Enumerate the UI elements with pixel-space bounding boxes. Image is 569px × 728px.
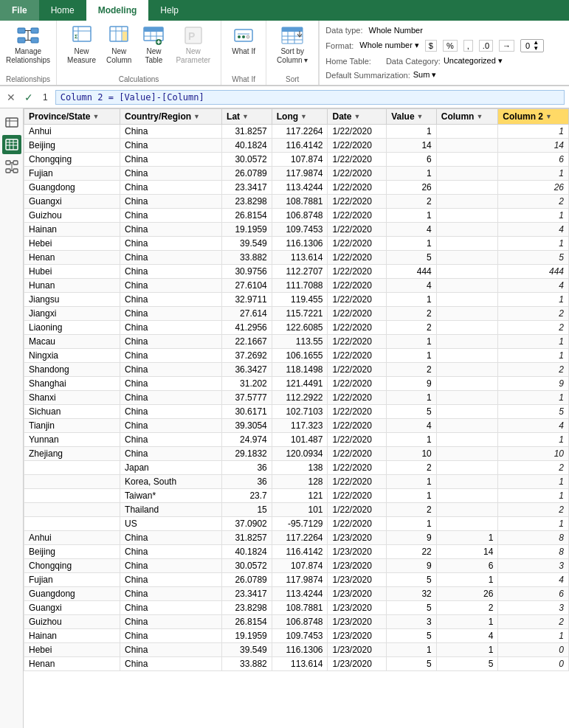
table-cell: Taiwan* bbox=[120, 489, 222, 503]
currency-button[interactable]: $ bbox=[425, 40, 437, 52]
table-cell: 1/22/2020 bbox=[328, 475, 387, 489]
table-cell: 444 bbox=[387, 265, 437, 279]
table-cell: 111.7088 bbox=[272, 279, 328, 293]
comma-button[interactable]: , bbox=[463, 40, 473, 52]
svg-rect-15 bbox=[123, 32, 127, 41]
table-cell bbox=[436, 223, 498, 237]
table-cell: 1/23/2020 bbox=[328, 643, 387, 657]
what-if-button[interactable]: What If bbox=[227, 22, 260, 58]
table-cell: 1/22/2020 bbox=[328, 209, 387, 223]
manage-relationships-label: ManageRelationships bbox=[6, 47, 50, 65]
table-cell: 3 bbox=[498, 601, 569, 615]
table-cell: Jiangxi bbox=[24, 307, 120, 321]
tab-help[interactable]: Help bbox=[148, 0, 190, 21]
table-cell: 37.0902 bbox=[222, 517, 272, 531]
new-parameter-button[interactable]: P NewParameter bbox=[171, 22, 215, 66]
cancel-formula-button[interactable]: ✕ bbox=[4, 91, 18, 104]
table-cell: 2 bbox=[387, 461, 437, 475]
table-cell: 5 bbox=[387, 629, 437, 643]
data-view-button[interactable] bbox=[2, 135, 21, 154]
col-header-lat[interactable]: Lat▼ bbox=[222, 109, 272, 125]
table-cell: 9 bbox=[498, 377, 569, 391]
col-header-long[interactable]: Long▼ bbox=[272, 109, 328, 125]
svg-text:P: P bbox=[188, 30, 195, 42]
percent-button[interactable]: % bbox=[443, 40, 458, 52]
new-column-button[interactable]: NewColumn bbox=[102, 22, 136, 66]
manage-relationships-button[interactable]: ManageRelationships bbox=[6, 22, 50, 66]
col-header-date[interactable]: Date▼ bbox=[328, 109, 387, 125]
tab-file[interactable]: File bbox=[0, 0, 39, 21]
default-summarization-value[interactable]: Sum ▾ bbox=[413, 70, 437, 80]
table-row: GuangdongChina23.3417113.42441/22/202026… bbox=[24, 181, 569, 195]
table-cell bbox=[436, 181, 498, 195]
data-category-value[interactable]: Uncategorized ▾ bbox=[444, 56, 503, 66]
table-cell: 1 bbox=[498, 391, 569, 405]
table-cell bbox=[24, 489, 120, 503]
table-cell: 113.55 bbox=[272, 335, 328, 349]
table-cell: 106.8748 bbox=[272, 615, 328, 629]
table-cell bbox=[436, 293, 498, 307]
col-header-province[interactable]: Province/State▼ bbox=[24, 109, 120, 125]
home-table-label: Home Table: bbox=[325, 57, 371, 66]
table-cell: 36.3427 bbox=[222, 363, 272, 377]
table-row: SichuanChina30.6171102.71031/22/202055 bbox=[24, 405, 569, 419]
table-cell: Guizhou bbox=[24, 209, 120, 223]
table-cell: 36 bbox=[222, 461, 272, 475]
decimal-button[interactable]: .0 bbox=[479, 40, 493, 52]
table-cell: 113.4244 bbox=[272, 181, 328, 195]
new-measure-button[interactable]: Σ NewMeasure bbox=[63, 22, 100, 66]
table-row: HubeiChina30.9756112.27071/22/2020444444 bbox=[24, 265, 569, 279]
table-cell: 1 bbox=[498, 489, 569, 503]
table-cell: 2 bbox=[498, 321, 569, 335]
format-value[interactable]: Whole number ▾ bbox=[359, 41, 419, 50]
sort-icon bbox=[280, 24, 304, 47]
table-cell: 1 bbox=[387, 517, 437, 531]
table-cell: 32 bbox=[387, 587, 437, 601]
increase-decimal-button[interactable]: → bbox=[499, 40, 514, 52]
table-cell: 23.8298 bbox=[222, 195, 272, 209]
col-header-country[interactable]: Country/Region▼ bbox=[120, 109, 222, 125]
table-cell bbox=[436, 321, 498, 335]
confirm-formula-button[interactable]: ✓ bbox=[22, 91, 35, 104]
tab-modeling[interactable]: Modeling bbox=[86, 0, 149, 21]
table-cell: 119.455 bbox=[272, 293, 328, 307]
table-cell bbox=[436, 419, 498, 433]
table-cell bbox=[436, 489, 498, 503]
tab-home[interactable]: Home bbox=[39, 0, 86, 21]
sort-by-column-button[interactable]: Sort byColumn ▾ bbox=[272, 22, 312, 66]
svg-rect-2 bbox=[18, 38, 25, 43]
col-header-column[interactable]: Column▼ bbox=[436, 109, 498, 125]
data-type-value[interactable]: Whole Number bbox=[369, 26, 423, 35]
table-cell: China bbox=[120, 237, 222, 251]
table-cell: 29.1832 bbox=[222, 447, 272, 461]
new-table-button[interactable]: NewTable bbox=[137, 22, 170, 66]
calculations-group-label: Calculations bbox=[119, 75, 159, 83]
table-cell: Henan bbox=[24, 251, 120, 265]
table-cell: 26.0789 bbox=[222, 167, 272, 181]
table-cell: 121.4491 bbox=[272, 377, 328, 391]
table-cell: 26.0789 bbox=[222, 573, 272, 587]
formula-input[interactable]: Column 2 = [Value]-[Column] bbox=[55, 90, 565, 105]
relationships-icon bbox=[16, 24, 40, 47]
col-header-value[interactable]: Value▼ bbox=[387, 109, 437, 125]
table-cell bbox=[436, 447, 498, 461]
decimal-down[interactable]: ▼ bbox=[533, 46, 539, 52]
table-cell: China bbox=[120, 167, 222, 181]
table-cell: China bbox=[120, 615, 222, 629]
table-cell: 31.8257 bbox=[222, 125, 272, 139]
table-row: BeijingChina40.1824116.41421/22/20201414 bbox=[24, 139, 569, 153]
svg-rect-1 bbox=[31, 28, 38, 33]
col-header-column2[interactable]: Column 2▼ bbox=[498, 109, 569, 125]
table-cell bbox=[436, 461, 498, 475]
table-cell: 1 bbox=[498, 209, 569, 223]
table-cell: 22 bbox=[387, 545, 437, 559]
model-view-button[interactable] bbox=[2, 157, 21, 176]
report-view-button[interactable] bbox=[2, 113, 21, 132]
table-cell: 1 bbox=[436, 531, 498, 545]
table-cell: China bbox=[120, 363, 222, 377]
table-cell bbox=[436, 475, 498, 489]
ribbon-group-calculations: Σ NewMeasure bbox=[57, 21, 221, 85]
format-row: Format: Whole number ▾ $ % , .0 → 0 ▲ ▼ bbox=[325, 39, 569, 52]
table-cell: Shanghai bbox=[24, 377, 120, 391]
table-cell: China bbox=[120, 657, 222, 671]
